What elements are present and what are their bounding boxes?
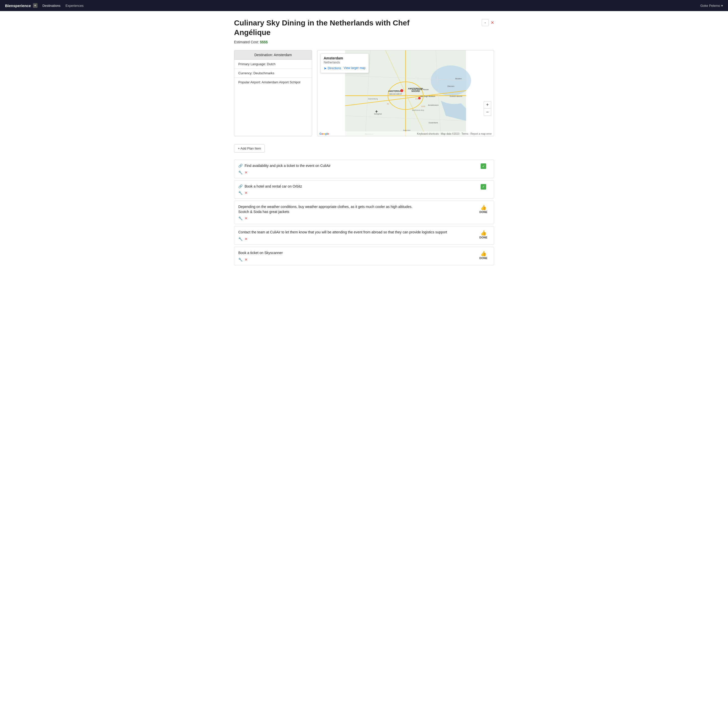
destination-section: Destination: Amsterdam Primary Language:… xyxy=(234,50,494,136)
thumbs-up-icon: 👍 xyxy=(480,205,487,211)
svg-point-30 xyxy=(418,97,421,99)
close-button[interactable]: × xyxy=(491,19,494,26)
svg-text:S106: S106 xyxy=(421,105,425,107)
delete-icon[interactable]: ✕ xyxy=(245,237,248,241)
thumbs-up-icon: 👍 xyxy=(480,230,487,236)
plan-item-actions: 🔧 ✕ xyxy=(238,258,477,262)
svg-text:Diemen: Diemen xyxy=(447,85,455,88)
plan-item-actions: 🔧 ✕ xyxy=(238,191,477,195)
plan-item-content: 🔗 Find availability and pick a ticket to… xyxy=(238,163,477,175)
popup-city: Amsterdam xyxy=(324,56,365,60)
map-container: AMSTERDAM NIEUW-WEST AMSTERDAM- NOORD Sc… xyxy=(317,50,494,136)
svg-text:Badhoeve-dorp: Badhoeve-dorp xyxy=(412,109,424,111)
plan-item-status: 👍 DONE xyxy=(477,205,490,214)
brand-plus-icon[interactable]: + xyxy=(33,3,37,8)
status-checkbox[interactable]: ✓ xyxy=(481,184,486,190)
directions-link[interactable]: ➤ Directions xyxy=(324,66,341,70)
popup-links: ➤ Directions View larger map xyxy=(324,66,365,70)
brand-name: Biensperience xyxy=(5,3,31,8)
destination-header: Destination: Amsterdam xyxy=(234,50,312,60)
plan-item-content: Contact the team at CuliAir to let them … xyxy=(238,230,477,241)
svg-text:A4: A4 xyxy=(387,103,389,105)
edit-icon[interactable]: 🔧 xyxy=(238,237,242,241)
plan-item-text: 🔗 Book a hotel and rental car on Orbitz xyxy=(238,184,477,189)
status-done[interactable]: 👍 DONE xyxy=(479,230,487,239)
edit-icon[interactable]: 🔧 xyxy=(238,191,242,195)
destination-airport: Popular Airport: Amsterdam Airport Schip… xyxy=(234,78,312,87)
destination-language: Primary Language: Dutch xyxy=(234,60,312,69)
plan-item-text: Book a ticket on Skyscanner xyxy=(238,251,477,255)
svg-text:Ouderkerk: Ouderkerk xyxy=(428,122,438,124)
cost-value: $$$$ xyxy=(260,40,268,44)
chevron-down-icon: ▾ xyxy=(721,4,723,7)
status-done[interactable]: 👍 DONE xyxy=(479,205,487,214)
plan-item-status: ✓ xyxy=(477,163,490,169)
plan-item: 🔗 Book a hotel and rental car on Orbitz … xyxy=(234,180,494,199)
plan-item: 🔗 Find availability and pick a ticket to… xyxy=(234,160,494,178)
svg-text:✈: ✈ xyxy=(375,110,378,114)
brand[interactable]: Biensperience + xyxy=(5,3,37,8)
plan-item-status: 👍 DONE xyxy=(477,230,490,239)
svg-text:Aalsmeer: Aalsmeer xyxy=(403,129,411,131)
plan-item: Book a ticket on Skyscanner 🔧 ✕ 👍 DONE xyxy=(234,247,494,266)
plan-item: Contact the team at CuliAir to let them … xyxy=(234,226,494,245)
svg-text:A10: A10 xyxy=(415,98,419,100)
google-logo: Google xyxy=(319,132,329,135)
svg-text:Duiven-drecht: Duiven-drecht xyxy=(450,95,462,98)
status-checkbox[interactable]: ✓ xyxy=(481,163,486,169)
link-icon: 🔗 xyxy=(238,164,242,168)
map-attribution: Keyboard shortcuts · Map data ©2023 · Te… xyxy=(417,132,492,135)
map-footer: Google Keyboard shortcuts · Map data ©20… xyxy=(317,131,494,136)
delete-icon[interactable]: ✕ xyxy=(245,216,248,220)
plan-item-text: Depending on the weather conditions, buy… xyxy=(238,205,477,214)
plan-item-content: Book a ticket on Skyscanner 🔧 ✕ xyxy=(238,251,477,262)
delete-icon[interactable]: ✕ xyxy=(245,171,248,175)
plan-item-content: 🔗 Book a hotel and rental car on Orbitz … xyxy=(238,184,477,195)
plan-item-actions: 🔧 ✕ xyxy=(238,171,477,175)
svg-text:Zwanenburg: Zwanenburg xyxy=(368,98,378,100)
done-label: DONE xyxy=(479,257,487,260)
title-row: Culinary Sky Dining in the Netherlands w… xyxy=(234,18,494,37)
plan-item-status: ✓ xyxy=(477,184,490,190)
plan-item-content: Depending on the weather conditions, buy… xyxy=(238,205,477,220)
minimize-button[interactable]: - xyxy=(481,19,489,26)
delete-icon[interactable]: ✕ xyxy=(245,191,248,195)
svg-point-28 xyxy=(400,89,403,92)
status-done[interactable]: 👍 DONE xyxy=(479,251,487,260)
page-title: Culinary Sky Dining in the Netherlands w… xyxy=(234,18,410,37)
plan-item: Depending on the weather conditions, buy… xyxy=(234,201,494,224)
svg-text:NIEUW-WEST: NIEUW-WEST xyxy=(389,93,402,95)
plan-item-text: 🔗 Find availability and pick a ticket to… xyxy=(238,163,477,168)
svg-text:Anne Frank House: Anne Frank House xyxy=(412,88,429,90)
nav-user[interactable]: Goke Pelemo ▾ xyxy=(700,4,723,7)
done-label: DONE xyxy=(479,211,487,214)
destination-currency: Currency: Deutschmarks xyxy=(234,69,312,78)
direction-icon: ➤ xyxy=(324,66,327,70)
link-icon: 🔗 xyxy=(238,184,242,188)
edit-icon[interactable]: 🔧 xyxy=(238,258,242,262)
plan-items-list: 🔗 Find availability and pick a ticket to… xyxy=(234,160,494,267)
plan-item-actions: 🔧 ✕ xyxy=(238,216,477,220)
popup-country: Netherlands xyxy=(324,61,365,64)
plan-item-actions: 🔧 ✕ xyxy=(238,237,477,241)
title-controls: - × xyxy=(481,18,494,26)
map-zoom-controls: + − xyxy=(484,101,491,116)
map-popup: Amsterdam Netherlands ➤ Directions View … xyxy=(321,53,369,73)
delete-icon[interactable]: ✕ xyxy=(245,258,248,262)
edit-icon[interactable]: 🔧 xyxy=(238,216,242,220)
thumbs-up-icon: 👍 xyxy=(480,251,487,257)
zoom-out-button[interactable]: − xyxy=(484,108,491,116)
view-larger-link[interactable]: View larger map xyxy=(343,66,365,70)
nav-experiences[interactable]: Experiences xyxy=(65,4,84,7)
navbar: Biensperience + Destinations Experiences… xyxy=(0,0,728,11)
edit-icon[interactable]: 🔧 xyxy=(238,171,242,175)
svg-text:Amstelveen: Amstelveen xyxy=(428,104,438,106)
svg-text:Van Gogh Museum: Van Gogh Museum xyxy=(420,95,435,98)
svg-text:Muiden: Muiden xyxy=(455,77,462,80)
zoom-in-button[interactable]: + xyxy=(484,101,491,108)
plan-item-text: Contact the team at CuliAir to let them … xyxy=(238,230,477,235)
add-plan-button[interactable]: + Add Plan Item xyxy=(234,144,265,153)
estimated-cost: Estimated Cost: $$$$ xyxy=(234,40,494,44)
nav-destinations[interactable]: Destinations xyxy=(43,4,61,7)
plan-item-status: 👍 DONE xyxy=(477,251,490,260)
